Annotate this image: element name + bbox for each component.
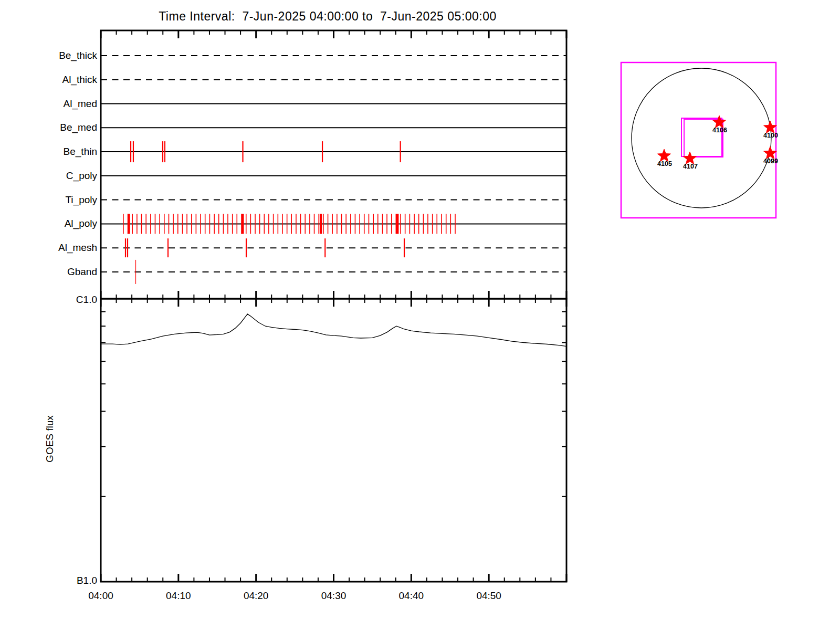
- filter-row-label: Al_mesh: [58, 242, 97, 254]
- goes-y-max-label: C1.0: [76, 294, 97, 306]
- screenshot-root: Time Interval: 7-Jun-2025 04:00:00 to 7-…: [0, 0, 840, 630]
- plot-canvas: [0, 0, 840, 630]
- active-region-star-4107: [684, 152, 697, 164]
- active-region-label: 4100: [763, 132, 778, 139]
- filter-row-label: Al_med: [64, 98, 97, 110]
- active-region-star-4099: [764, 146, 777, 159]
- goes-flux-curve: [101, 314, 566, 346]
- goes-y-min-label: B1.0: [77, 575, 97, 586]
- time-axis-label: 04:30: [321, 590, 346, 602]
- active-region-star-4105: [658, 149, 671, 162]
- filter-row-label: Ti_poly: [65, 194, 97, 206]
- filter-row-label: Al_thick: [62, 74, 97, 86]
- time-axis-label: 04:20: [244, 590, 269, 602]
- active-region-star-4106: [713, 116, 726, 128]
- fov-box: [681, 118, 722, 156]
- solar-limb-circle: [632, 68, 771, 208]
- active-region-label: 4105: [657, 160, 672, 167]
- goes-axis-title: GOES flux: [44, 415, 56, 463]
- filter-panel-box: [101, 30, 566, 299]
- time-axis-label: 04:50: [476, 590, 501, 602]
- active-region-label: 4107: [683, 163, 698, 170]
- goes-panel-box: [101, 299, 566, 582]
- filter-row-label: C_poly: [66, 170, 97, 182]
- time-axis-label: 04:40: [399, 590, 424, 602]
- active-region-star-4100: [764, 121, 777, 133]
- filter-row-label: Gband: [67, 266, 97, 278]
- active-region-label: 4099: [763, 158, 778, 165]
- filter-row-label: Be_thick: [59, 50, 97, 61]
- sun-map-border: [621, 62, 776, 218]
- filter-row-label: Al_poly: [65, 218, 97, 229]
- filter-row-label: Be_med: [60, 122, 97, 133]
- time-axis-label: 04:00: [88, 590, 113, 602]
- filter-row-label: Be_thin: [64, 146, 97, 158]
- time-axis-label: 04:10: [166, 590, 191, 602]
- active-region-label: 4106: [712, 127, 727, 134]
